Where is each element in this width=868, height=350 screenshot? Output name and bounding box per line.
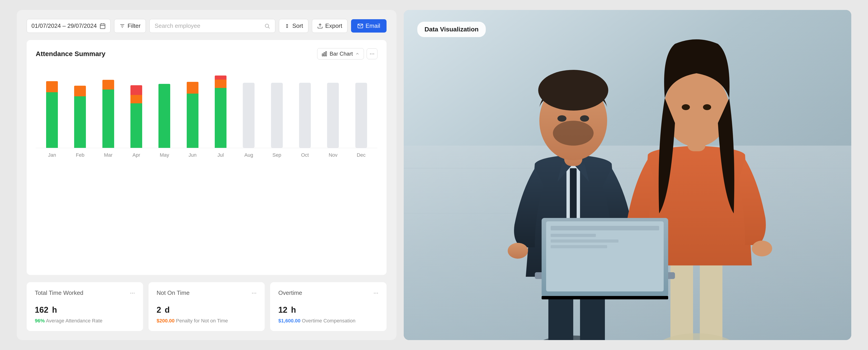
svg-point-31 <box>580 115 589 122</box>
data-viz-badge: Data Visualization <box>417 22 486 37</box>
bar-segment-orange <box>74 86 86 96</box>
filter-label: Filter <box>127 22 141 29</box>
stat-card-more-button[interactable]: ⋯ <box>130 290 135 296</box>
search-icon <box>264 23 270 29</box>
sort-icon <box>284 23 290 29</box>
date-range-button[interactable]: 01/07/2024 – 29/07/2024 <box>27 19 111 33</box>
chart-type-select[interactable]: Bar Chart <box>317 48 364 59</box>
date-range-label: 01/07/2024 – 29/07/2024 <box>31 22 97 29</box>
bar-group <box>179 76 207 148</box>
bar-segment-orange <box>187 82 198 94</box>
bar-group <box>38 76 66 148</box>
svg-rect-48 <box>541 296 668 299</box>
bar-group <box>207 76 235 148</box>
chart-card: Attendance Summary Bar Chart ⋯ <box>27 40 386 275</box>
more-options-button[interactable]: ⋯ <box>367 48 377 59</box>
svg-rect-47 <box>551 245 607 248</box>
stat-highlight: 96% <box>35 318 45 324</box>
bar-stack <box>130 76 142 148</box>
bar-stack <box>355 76 367 148</box>
email-button[interactable]: Email <box>351 19 386 33</box>
export-button[interactable]: Export <box>312 19 347 33</box>
svg-point-7 <box>265 24 269 27</box>
email-label: Email <box>366 22 380 29</box>
sort-button[interactable]: Sort <box>279 19 308 33</box>
bar-group <box>263 76 291 148</box>
bar-stack <box>215 76 226 148</box>
svg-rect-46 <box>551 239 618 242</box>
stat-card-header: Total Time Worked ⋯ <box>35 289 135 296</box>
svg-point-29 <box>553 121 594 146</box>
bar-chart-area: JanFebMarAprMayJunJulAugSepOctNovDec <box>36 67 377 162</box>
bar-segment-green <box>158 84 170 148</box>
svg-point-24 <box>508 243 528 259</box>
bar-segment-green <box>215 88 226 148</box>
bar-group <box>235 76 263 148</box>
stat-card-more-button-3[interactable]: ⋯ <box>373 290 378 296</box>
bar-stack <box>46 76 58 148</box>
bars-container <box>36 67 377 148</box>
svg-point-30 <box>557 115 566 122</box>
sort-label: Sort <box>292 22 303 29</box>
stats-row: Total Time Worked ⋯ 162 h 96% Average At… <box>27 282 386 331</box>
stat-card-header-2: Not On Time ⋯ <box>157 289 257 296</box>
svg-point-40 <box>703 104 711 110</box>
stat-card-title-3: Overtime <box>278 289 302 296</box>
month-label: Apr <box>122 149 150 158</box>
people-scene: Data Visualization <box>404 10 851 340</box>
month-label: Aug <box>235 149 263 158</box>
svg-rect-43 <box>546 221 664 291</box>
bar-segment-empty <box>327 83 339 148</box>
bar-stack <box>74 76 86 148</box>
filter-button[interactable]: Filter <box>114 19 146 33</box>
month-label: May <box>150 149 178 158</box>
bar-group <box>347 76 375 148</box>
stat-sub-time: 96% Average Attendance Rate <box>35 318 135 324</box>
bar-segment-empty <box>299 83 311 148</box>
chart-header: Attendance Summary Bar Chart ⋯ <box>36 48 377 59</box>
bar-segment-orange <box>46 81 58 92</box>
bar-segment-empty <box>243 83 254 148</box>
stat-card-header-3: Overtime ⋯ <box>278 289 378 296</box>
month-label: Oct <box>291 149 319 158</box>
stat-sub-overtime: $1,600.00 Overtime Compensation <box>278 318 378 324</box>
bar-segment-green <box>74 96 86 148</box>
filter-icon <box>119 23 125 29</box>
chart-controls: Bar Chart ⋯ <box>317 48 377 59</box>
month-label: Jun <box>179 149 207 158</box>
stat-highlight-2: $200.00 <box>157 318 175 324</box>
stat-sub-not-on-time: $200.00 Penalty for Not on Time <box>157 318 257 324</box>
svg-rect-44 <box>551 226 659 230</box>
left-panel: 01/07/2024 – 29/07/2024 Filter Search em… <box>17 10 397 340</box>
search-box[interactable]: Search employee <box>149 19 275 33</box>
bar-segment-red <box>215 76 226 80</box>
stat-card-more-button-2[interactable]: ⋯ <box>252 290 256 296</box>
chart-title: Attendance Summary <box>36 50 105 58</box>
bar-group <box>150 76 178 148</box>
svg-rect-33 <box>700 259 722 340</box>
bar-stack <box>102 76 114 148</box>
month-label: Jul <box>207 149 235 158</box>
bar-stack <box>243 76 254 148</box>
stat-value-not-on-time: 2 d <box>157 300 257 316</box>
stat-card-title-2: Not On Time <box>157 289 190 296</box>
bar-segment-green <box>187 94 198 148</box>
bar-stack <box>271 76 283 148</box>
stat-card-not-on-time: Not On Time ⋯ 2 d $200.00 Penalty for No… <box>149 282 265 331</box>
bar-segment-green <box>46 92 58 148</box>
bar-segment-green <box>102 90 114 148</box>
bar-segment-empty <box>355 83 367 148</box>
bar-segment-empty <box>271 83 283 148</box>
chart-type-label: Bar Chart <box>330 51 353 57</box>
bar-segment-orange <box>102 80 114 90</box>
month-label: Nov <box>319 149 347 158</box>
bar-group <box>122 76 150 148</box>
svg-point-39 <box>682 104 690 110</box>
bar-stack <box>327 76 339 148</box>
bar-stack <box>158 76 170 148</box>
search-placeholder: Search employee <box>155 22 200 29</box>
bar-group <box>319 76 347 148</box>
month-label: Jan <box>38 149 66 158</box>
month-label: Mar <box>94 149 122 158</box>
bar-segment-orange <box>130 95 142 103</box>
